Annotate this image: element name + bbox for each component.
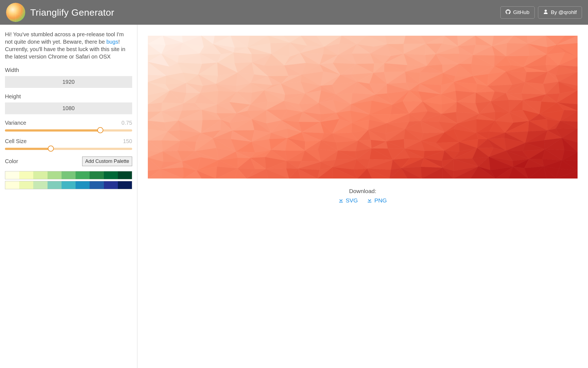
width-label: Width <box>5 67 132 73</box>
palette-list <box>5 171 132 189</box>
palette-swatch <box>118 181 132 189</box>
cellsize-slider[interactable] <box>5 146 132 151</box>
intro-text: Hi! You've stumbled across a pre-release… <box>5 31 132 60</box>
slider-thumb[interactable] <box>48 146 54 152</box>
palette-swatch <box>19 181 33 189</box>
palette-swatch <box>48 171 62 179</box>
download-label: Download: <box>339 188 387 194</box>
cellsize-label: Cell Size <box>5 138 27 144</box>
palette-swatch <box>104 171 118 179</box>
github-button-label: GitHub <box>513 9 529 15</box>
sidebar: Hi! You've stumbled across a pre-release… <box>0 25 137 368</box>
add-palette-button[interactable]: Add Custom Palette <box>82 157 132 166</box>
user-icon <box>543 9 548 16</box>
download-svg-link[interactable]: SVG <box>339 197 358 204</box>
variance-value: 0.75 <box>121 120 132 126</box>
app-title: Trianglify Generator <box>30 7 495 18</box>
cellsize-control: Cell Size 150 <box>5 138 132 151</box>
preview-pane: Download: SVG PNG <box>137 25 588 368</box>
palette-swatch <box>76 181 90 189</box>
download-svg-label: SVG <box>346 197 358 204</box>
logo-icon <box>6 3 25 22</box>
palette-swatch <box>33 181 47 189</box>
palette-row[interactable] <box>5 181 132 189</box>
palette-swatch <box>19 171 33 179</box>
palette-swatch <box>118 171 132 179</box>
cellsize-value: 150 <box>123 138 132 144</box>
bugs-link[interactable]: bugs <box>106 39 118 45</box>
color-label: Color <box>5 158 18 165</box>
intro-a: Hi! You've stumbled across a pre-release… <box>5 31 124 45</box>
variance-label: Variance <box>5 120 26 126</box>
download-png-label: PNG <box>374 197 387 204</box>
palette-swatch <box>48 181 62 189</box>
download-section: Download: SVG PNG <box>339 188 387 204</box>
github-button[interactable]: GitHub <box>500 6 535 19</box>
palette-swatch <box>5 171 19 179</box>
palette-swatch <box>5 181 19 189</box>
author-button[interactable]: By @qrohlf <box>538 6 582 19</box>
slider-thumb[interactable] <box>97 127 103 133</box>
preview-canvas <box>148 36 578 179</box>
download-png-link[interactable]: PNG <box>367 197 387 204</box>
palette-swatch <box>76 171 90 179</box>
palette-swatch <box>90 181 104 189</box>
color-header: Color Add Custom Palette <box>5 157 132 166</box>
slider-fill <box>5 129 100 132</box>
height-input[interactable] <box>5 102 132 114</box>
download-icon <box>339 197 343 204</box>
palette-swatch <box>104 181 118 189</box>
download-icon <box>367 197 372 204</box>
palette-row[interactable] <box>5 171 132 179</box>
palette-swatch <box>90 171 104 179</box>
width-input[interactable] <box>5 76 132 88</box>
header-bar: Trianglify Generator GitHub By @qrohlf <box>0 0 588 25</box>
palette-swatch <box>62 171 76 179</box>
height-label: Height <box>5 93 132 100</box>
palette-swatch <box>33 171 47 179</box>
github-icon <box>506 9 511 16</box>
palette-swatch <box>62 181 76 189</box>
variance-control: Variance 0.75 <box>5 120 132 133</box>
slider-fill <box>5 148 51 150</box>
variance-slider[interactable] <box>5 127 132 133</box>
author-button-label: By @qrohlf <box>551 9 577 15</box>
main: Hi! You've stumbled across a pre-release… <box>0 25 588 368</box>
header-buttons: GitHub By @qrohlf <box>500 6 582 19</box>
